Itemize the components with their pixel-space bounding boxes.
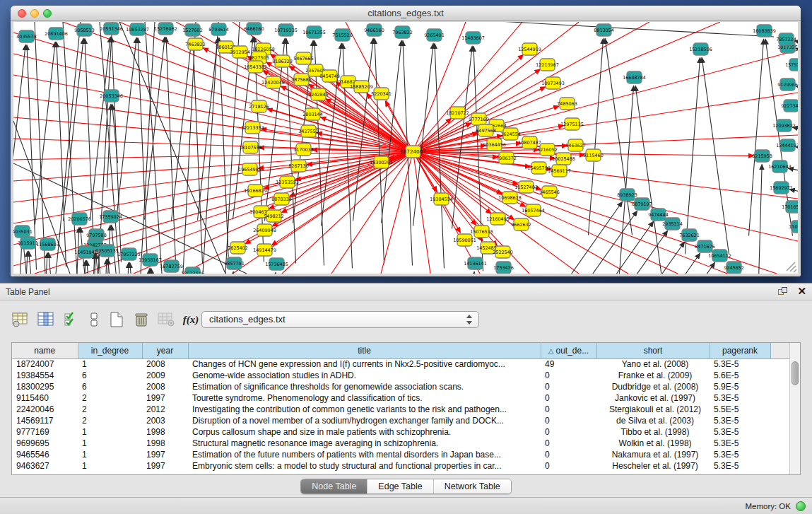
cell-pagerank[interactable]: 5.6E-5 — [710, 370, 770, 381]
cell-year[interactable]: 2008 — [142, 358, 188, 370]
cell-out_degree[interactable]: 0 — [541, 460, 596, 472]
cell-short[interactable]: Dudbridge et al. (2008) — [596, 381, 710, 392]
cell-short[interactable]: Jankovic et al. (1997) — [596, 392, 710, 404]
cell-title[interactable]: Corpus callosum shape and size in male p… — [188, 426, 541, 438]
cell-year[interactable]: 1997 — [142, 449, 188, 460]
resize-grip-icon[interactable] — [787, 262, 796, 272]
table-row[interactable]: 2242004622012Investigating the contribut… — [12, 404, 789, 415]
table-row[interactable]: 969969511998Structural magnetic resonanc… — [12, 438, 789, 449]
cell-pagerank[interactable]: 5.3E-5 — [710, 460, 770, 472]
cell-name[interactable]: 18300295 — [12, 381, 78, 392]
table-row[interactable]: 1456911722003Disruption of a novel membe… — [12, 415, 789, 426]
column-header-in_degree[interactable]: in_degree — [78, 343, 142, 358]
node-table[interactable]: namein_degreeyeartitle△out_de...shortpag… — [11, 342, 801, 475]
cell-year[interactable]: 1998 — [142, 426, 188, 438]
delete-column-button[interactable] — [131, 309, 152, 330]
cell-out_degree[interactable]: 0 — [541, 438, 596, 449]
cell-filler[interactable] — [770, 438, 789, 449]
create-column-button[interactable] — [106, 309, 127, 330]
table-row[interactable]: 977716911998Corpus callosum shape and si… — [12, 426, 789, 438]
cell-short[interactable]: Stergiakouli et al. (2012) — [596, 404, 710, 415]
table-row[interactable]: 1938455462009Genome-wide association stu… — [12, 370, 789, 381]
cell-year[interactable]: 2009 — [142, 370, 188, 381]
tab-network-table[interactable]: Network Table — [434, 479, 511, 493]
function-builder-button[interactable]: f(x) — [180, 309, 201, 330]
cell-name[interactable]: 9465546 — [12, 449, 78, 460]
cell-short[interactable]: Tibbo et al. (1998) — [596, 426, 710, 438]
table-row[interactable]: 1830029562008Estimation of significance … — [12, 381, 789, 392]
table-row[interactable]: 1872400712008Changes of HCN gene express… — [12, 358, 789, 370]
table-row[interactable]: 946362711997Embryonic stem cells: a mode… — [12, 460, 789, 472]
cell-in_degree[interactable]: 1 — [78, 358, 142, 370]
cell-filler[interactable] — [770, 449, 789, 460]
cell-name[interactable]: 9777169 — [12, 426, 78, 438]
network-window-titlebar[interactable]: citations_edges.txt — [11, 6, 801, 21]
network-view-window[interactable]: citations_edges.txt 40355782089140690585… — [11, 6, 801, 276]
cell-year[interactable]: 1997 — [142, 460, 188, 472]
table-row[interactable]: 911546021997Tourette syndrome. Phenomeno… — [12, 392, 789, 404]
column-header-name[interactable]: name — [12, 343, 78, 358]
cell-year[interactable]: 1997 — [142, 392, 188, 404]
cell-out_degree[interactable]: 0 — [541, 415, 596, 426]
cell-title[interactable]: Structural magnetic resonance image aver… — [188, 438, 541, 449]
cell-pagerank[interactable]: 5.3E-5 — [710, 426, 770, 438]
cell-name[interactable]: 9115460 — [12, 392, 78, 404]
column-header-pagerank[interactable]: pagerank — [710, 343, 770, 358]
cell-short[interactable]: Franke et al. (2009) — [596, 370, 710, 381]
cell-out_degree[interactable]: 0 — [541, 426, 596, 438]
column-header-out_degree[interactable]: △out_de... — [541, 343, 596, 358]
cell-pagerank[interactable]: 5.3E-5 — [710, 438, 770, 449]
cell-short[interactable]: de Silva et al. (2003) — [596, 415, 710, 426]
scrollbar-thumb[interactable] — [792, 361, 799, 385]
cell-out_degree[interactable]: 0 — [541, 392, 596, 404]
close-panel-icon[interactable]: ✕ — [797, 285, 806, 298]
cell-short[interactable]: Wolkin et al. (1998) — [596, 438, 710, 449]
cell-pagerank[interactable]: 5.3E-5 — [710, 358, 770, 370]
cell-pagerank[interactable]: 5.3E-5 — [710, 415, 770, 426]
row-height-button[interactable] — [83, 309, 105, 330]
cell-in_degree[interactable]: 6 — [78, 370, 142, 381]
cell-title[interactable]: Tourette syndrome. Phenomenology and cla… — [188, 392, 541, 404]
cell-title[interactable]: Estimation of significance thresholds fo… — [188, 381, 541, 392]
cell-pagerank[interactable]: 5.3E-5 — [710, 392, 770, 404]
show-columns-button[interactable] — [35, 309, 57, 330]
cell-year[interactable]: 2008 — [142, 381, 188, 392]
cell-title[interactable]: Disruption of a novel member of a sodium… — [188, 415, 541, 426]
float-panel-icon[interactable] — [778, 287, 788, 297]
cell-year[interactable]: 2003 — [142, 415, 188, 426]
cell-title[interactable]: Changes of HCN gene expression and I(f) … — [188, 358, 541, 370]
cell-filler[interactable] — [770, 392, 789, 404]
column-header-filler[interactable] — [770, 343, 789, 358]
network-canvas[interactable]: 4035578208914069058513205313461085328715… — [13, 22, 798, 274]
cell-short[interactable]: Yano et al. (2008) — [596, 358, 710, 370]
cell-filler[interactable] — [770, 358, 789, 370]
cell-title[interactable]: Embryonic stem cells: a model to study s… — [188, 460, 541, 472]
minimize-window-button[interactable] — [30, 9, 39, 18]
cell-name[interactable]: 22420046 — [12, 404, 78, 415]
cell-name[interactable]: 9699695 — [12, 438, 78, 449]
zoom-window-button[interactable] — [43, 9, 52, 18]
cell-year[interactable]: 2012 — [142, 404, 188, 415]
cell-out_degree[interactable]: 0 — [541, 404, 596, 415]
cell-filler[interactable] — [770, 460, 789, 472]
cell-out_degree[interactable]: 0 — [541, 449, 596, 460]
cell-out_degree[interactable]: 0 — [541, 381, 596, 392]
cell-out_degree[interactable]: 49 — [541, 358, 596, 370]
cell-name[interactable]: 14569117 — [12, 415, 78, 426]
cell-year[interactable]: 1998 — [142, 438, 188, 449]
column-header-short[interactable]: short — [596, 343, 710, 358]
cell-pagerank[interactable]: 5.9E-5 — [710, 381, 770, 392]
delete-table-button[interactable] — [155, 309, 177, 330]
tab-node-table[interactable]: Node Table — [301, 479, 367, 493]
cell-title[interactable]: Investigating the contribution of common… — [188, 404, 541, 415]
cell-name[interactable]: 19384554 — [12, 370, 78, 381]
cell-filler[interactable] — [770, 426, 789, 438]
citation-network-graph[interactable]: 4035578208914069058513205313461085328715… — [13, 22, 798, 274]
cell-filler[interactable] — [770, 404, 789, 415]
cell-in_degree[interactable]: 2 — [78, 392, 142, 404]
cell-in_degree[interactable]: 2 — [78, 404, 142, 415]
cell-pagerank[interactable]: 5.3E-5 — [710, 449, 770, 460]
cell-in_degree[interactable]: 1 — [78, 460, 142, 472]
cell-name[interactable]: 9463627 — [12, 460, 78, 472]
select-rows-button[interactable] — [61, 309, 82, 330]
